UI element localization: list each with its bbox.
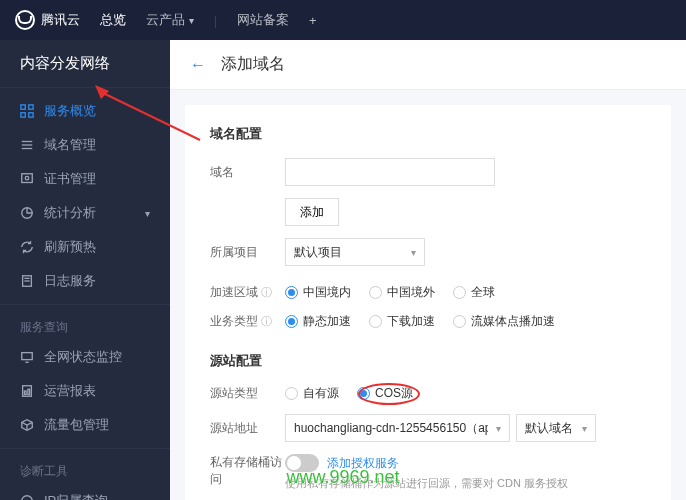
radio-COS源[interactable]: COS源 xyxy=(357,385,413,402)
brand-text: 腾讯云 xyxy=(41,11,80,29)
group-label: 诊断工具 xyxy=(0,455,170,484)
nav-beian[interactable]: 网站备案 xyxy=(237,11,289,29)
svg-rect-2 xyxy=(21,113,25,117)
sidebar-item-label: 运营报表 xyxy=(44,382,96,400)
chevron-down-icon: ▾ xyxy=(145,208,150,219)
domain-input[interactable] xyxy=(285,158,495,186)
section-domain-config: 域名配置 xyxy=(210,125,646,143)
origin-domain-type-select[interactable]: 默认域名▾ xyxy=(516,414,596,442)
svg-rect-7 xyxy=(22,174,33,183)
label-biztype: 业务类型ⓘ xyxy=(210,313,285,330)
sidebar-item-流量包管理[interactable]: 流量包管理 xyxy=(0,408,170,442)
radio-dot-icon xyxy=(369,286,382,299)
svg-rect-0 xyxy=(21,105,25,109)
top-nav: 总览 云产品 ▾ | 网站备案 + xyxy=(100,11,317,29)
sidebar-item-日志服务[interactable]: 日志服务 xyxy=(0,264,170,298)
region-radios: 中国境内中国境外全球 xyxy=(285,284,495,301)
radio-dot-icon xyxy=(369,315,382,328)
nav-products[interactable]: 云产品 ▾ xyxy=(146,11,194,29)
nav-plus[interactable]: + xyxy=(309,13,317,28)
report-icon xyxy=(20,384,34,398)
pkg-icon xyxy=(20,418,34,432)
radio-dot-icon xyxy=(285,387,298,400)
svg-point-8 xyxy=(25,176,29,180)
radio-中国境外[interactable]: 中国境外 xyxy=(369,284,435,301)
group-label: 服务查询 xyxy=(0,311,170,340)
sidebar-item-label: 流量包管理 xyxy=(44,416,109,434)
label-project: 所属项目 xyxy=(210,244,285,261)
add-button[interactable]: 添加 xyxy=(285,198,339,226)
topbar: 腾讯云 总览 云产品 ▾ | 网站备案 + xyxy=(0,0,686,40)
sidebar-item-label: 证书管理 xyxy=(44,170,96,188)
sidebar-title: 内容分发网络 xyxy=(0,54,170,87)
log-icon xyxy=(20,274,34,288)
nav-overview[interactable]: 总览 xyxy=(100,11,126,29)
label-origin-type: 源站类型 xyxy=(210,385,285,402)
radio-全球[interactable]: 全球 xyxy=(453,284,495,301)
private-bucket-toggle[interactable] xyxy=(285,454,319,472)
radio-dot-icon xyxy=(285,315,298,328)
main: ← 添加域名 域名配置 域名 添加 所属项目 默认项目▾ 加速区域ⓘ 中国境内中 xyxy=(170,40,686,500)
label-private-bucket: 私有存储桶访问 xyxy=(210,454,285,488)
label-domain: 域名 xyxy=(210,164,285,181)
sidebar-item-label: 统计分析 xyxy=(44,204,96,222)
form-panel: 域名配置 域名 添加 所属项目 默认项目▾ 加速区域ⓘ 中国境内中国境外全球 业… xyxy=(185,105,671,500)
bucket-hint: 使用私有存储桶作为源站进行回源，需要对 CDN 服务授权 xyxy=(285,476,568,491)
list-icon xyxy=(20,138,34,152)
svg-rect-16 xyxy=(24,391,26,395)
ip-icon: IP xyxy=(20,494,34,500)
radio-流媒体点播加速[interactable]: 流媒体点播加速 xyxy=(453,313,555,330)
sidebar-item-域名管理[interactable]: 域名管理 xyxy=(0,128,170,162)
radio-dot-icon xyxy=(357,387,370,400)
sidebar-item-IP归属查询[interactable]: IPIP归属查询 xyxy=(0,484,170,500)
label-origin-addr: 源站地址 xyxy=(210,420,285,437)
grid-icon xyxy=(20,104,34,118)
sidebar-item-label: 全网状态监控 xyxy=(44,348,122,366)
origin-addr-select[interactable]: huochangliang-cdn-1255456150（ap-gu▾ xyxy=(285,414,510,442)
brand-logo[interactable]: 腾讯云 xyxy=(15,10,80,30)
radio-dot-icon xyxy=(453,315,466,328)
sidebar-item-label: 域名管理 xyxy=(44,136,96,154)
sidebar-item-label: 日志服务 xyxy=(44,272,96,290)
radio-下载加速[interactable]: 下载加速 xyxy=(369,313,435,330)
svg-rect-17 xyxy=(28,389,30,394)
sidebar-item-全网状态监控[interactable]: 全网状态监控 xyxy=(0,340,170,374)
sidebar-item-刷新预热[interactable]: 刷新预热 xyxy=(0,230,170,264)
sidebar-item-证书管理[interactable]: 证书管理 xyxy=(0,162,170,196)
radio-dot-icon xyxy=(453,286,466,299)
section-origin-config: 源站配置 xyxy=(210,352,646,370)
page-title: 添加域名 xyxy=(221,54,285,75)
auth-link[interactable]: 添加授权服务 xyxy=(327,455,399,472)
sidebar-item-label: 刷新预热 xyxy=(44,238,96,256)
biz-radios: 静态加速下载加速流媒体点播加速 xyxy=(285,313,555,330)
main-header: ← 添加域名 xyxy=(170,40,686,90)
cert-icon xyxy=(20,172,34,186)
sidebar-item-label: 服务概览 xyxy=(44,102,96,120)
back-button[interactable]: ← xyxy=(190,56,206,74)
svg-rect-3 xyxy=(29,113,33,117)
monitor-icon xyxy=(20,350,34,364)
project-select[interactable]: 默认项目▾ xyxy=(285,238,425,266)
radio-静态加速[interactable]: 静态加速 xyxy=(285,313,351,330)
sidebar-item-运营报表[interactable]: 运营报表 xyxy=(0,374,170,408)
sidebar-item-label: IP归属查询 xyxy=(44,492,108,500)
sidebar-item-服务概览[interactable]: 服务概览 xyxy=(0,94,170,128)
refresh-icon xyxy=(20,240,34,254)
sidebar: 内容分发网络 服务概览域名管理证书管理统计分析▾刷新预热日志服务 服务查询 全网… xyxy=(0,40,170,500)
radio-dot-icon xyxy=(285,286,298,299)
radio-中国境内[interactable]: 中国境内 xyxy=(285,284,351,301)
label-region: 加速区域ⓘ xyxy=(210,284,285,301)
sidebar-item-统计分析[interactable]: 统计分析▾ xyxy=(0,196,170,230)
radio-自有源[interactable]: 自有源 xyxy=(285,385,339,402)
chart-icon xyxy=(20,206,34,220)
svg-rect-1 xyxy=(29,105,33,109)
svg-rect-13 xyxy=(22,353,33,360)
cloud-icon xyxy=(15,10,35,30)
origin-type-radios: 自有源COS源 xyxy=(285,385,413,402)
